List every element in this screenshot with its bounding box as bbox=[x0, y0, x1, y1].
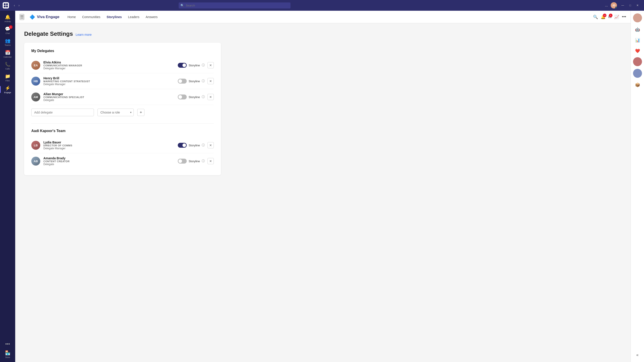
delegate-row: EA Elvia Atkins COMMUNICATIONS MANAGER D… bbox=[31, 57, 214, 73]
header-more-button[interactable]: ••• bbox=[622, 14, 626, 19]
delegate-name: Lydia Bauer bbox=[44, 141, 178, 144]
close-button[interactable]: ✕ bbox=[634, 0, 641, 11]
sidebar-item-teams[interactable]: 👥 Teams bbox=[0, 36, 15, 48]
remove-button[interactable]: ✕ bbox=[208, 158, 214, 164]
info-icon[interactable]: ⓘ bbox=[202, 63, 205, 67]
sidebar-item-more[interactable]: ••• bbox=[0, 340, 15, 348]
hamburger-button[interactable]: ☰ bbox=[20, 14, 24, 20]
storyline-toggle[interactable] bbox=[178, 159, 187, 164]
sidebar-label-calendar: Calendar bbox=[4, 56, 12, 58]
toggle-wrapper: Storyline ⓘ bbox=[178, 143, 205, 148]
page-title: Delegate Settings bbox=[24, 30, 73, 37]
svg-rect-1 bbox=[6, 3, 8, 5]
user-avatar[interactable]: JD bbox=[611, 2, 617, 8]
add-delegate-input[interactable] bbox=[31, 109, 94, 116]
sidebar-item-calendar[interactable]: 📅 Calendar bbox=[0, 48, 15, 60]
notifications-button[interactable]: 🔔 12 bbox=[600, 14, 606, 19]
search-input[interactable] bbox=[179, 2, 290, 8]
nav-communities[interactable]: Communities bbox=[80, 14, 103, 20]
title-bar-actions: ... JD bbox=[604, 2, 617, 8]
sidebar-item-store[interactable]: 🏪 Store bbox=[0, 348, 15, 360]
right-panel-person1-avatar[interactable] bbox=[633, 57, 642, 66]
chat-badge: 1 bbox=[9, 25, 12, 29]
nav-storylines[interactable]: Storylines bbox=[104, 14, 124, 20]
forward-button[interactable]: › bbox=[17, 3, 21, 8]
right-panel-user-avatar[interactable] bbox=[633, 13, 642, 22]
toggle-thumb bbox=[178, 95, 182, 99]
my-delegates-title: My Delegates bbox=[31, 49, 214, 53]
sidebar-label-calls: Calls bbox=[5, 68, 10, 70]
toggle-label: Storyline bbox=[188, 160, 200, 163]
info-icon[interactable]: ⓘ bbox=[202, 79, 205, 83]
delegate-row: LB Lydia Bauer DIRECTOR OF COMMS Delegat… bbox=[31, 137, 214, 153]
sidebar-item-chat[interactable]: 💬 Chat 1 bbox=[0, 24, 15, 36]
remove-button[interactable]: ✕ bbox=[208, 78, 214, 84]
info-icon[interactable]: ⓘ bbox=[202, 143, 205, 147]
maximize-button[interactable]: □ bbox=[627, 0, 634, 11]
right-panel: 🤖 📊 ❤️ 📦 « bbox=[630, 11, 644, 362]
avatar: HB bbox=[31, 77, 40, 86]
delegate-actions: Storyline ⓘ ✕ bbox=[178, 142, 214, 148]
delegate-settings-card: My Delegates EA Elvia Atkins COMMUNICATI… bbox=[24, 43, 221, 175]
app-header: ☰ 🔷 Viva Engage Home Communities Storyli… bbox=[15, 11, 630, 23]
storyline-toggle[interactable] bbox=[178, 94, 187, 99]
add-delegate-button[interactable]: + bbox=[137, 109, 144, 116]
delegate-role: Delegate bbox=[44, 98, 178, 102]
info-icon[interactable]: ⓘ bbox=[202, 159, 205, 163]
delegate-name: Allan Munger bbox=[44, 92, 178, 96]
sidebar-item-engage[interactable]: ⚡ Engage bbox=[0, 84, 15, 95]
sidebar-item-files[interactable]: 📁 Files bbox=[0, 72, 15, 84]
toggle-label: Storyline bbox=[188, 144, 200, 147]
add-delegate-row: Choose a role Delegate Delegate Manager … bbox=[31, 105, 214, 117]
delegate-job-title: COMMUNICATIONS SPECIALIST bbox=[44, 96, 178, 98]
files-icon: 📁 bbox=[5, 73, 10, 79]
search-bar: 🔍 bbox=[179, 2, 290, 8]
delegate-job-title: MARKETING CONTENT STRATEGIST bbox=[44, 80, 178, 83]
remove-button[interactable]: ✕ bbox=[208, 94, 214, 100]
sidebar-label-chat: Chat bbox=[5, 32, 10, 34]
delegate-actions: Storyline ⓘ ✕ bbox=[178, 62, 214, 68]
minimize-button[interactable]: — bbox=[619, 0, 627, 11]
teams-icon: 👥 bbox=[5, 38, 10, 43]
delegate-job-title: CONTENT CREATOR bbox=[44, 160, 178, 163]
right-panel-chart[interactable]: 📊 bbox=[633, 36, 642, 45]
nav-home[interactable]: Home bbox=[65, 14, 78, 20]
delegate-row: HB Henry Brill MARKETING CONTENT STRATEG… bbox=[31, 73, 214, 89]
delegate-info: Elvia Atkins COMMUNICATIONS MANAGER Dele… bbox=[44, 60, 178, 70]
messages-button[interactable]: ✉ 5 bbox=[608, 14, 612, 19]
search-button[interactable]: 🔍 bbox=[593, 14, 598, 19]
storyline-toggle[interactable] bbox=[178, 143, 187, 148]
analytics-button[interactable]: 📈 bbox=[614, 14, 619, 19]
info-icon[interactable]: ⓘ bbox=[202, 95, 205, 99]
toggle-label: Storyline bbox=[188, 95, 200, 99]
choose-role-wrapper: Choose a role Delegate Delegate Manager … bbox=[98, 109, 134, 116]
storyline-toggle[interactable] bbox=[178, 79, 187, 84]
storyline-toggle[interactable] bbox=[178, 63, 187, 68]
messages-badge: 5 bbox=[609, 14, 612, 17]
more-options-button[interactable]: ... bbox=[604, 2, 609, 8]
sidebar-item-calls[interactable]: 📞 Calls bbox=[0, 60, 15, 72]
app-name: Viva Engage bbox=[37, 15, 60, 19]
nav-leaders[interactable]: Leaders bbox=[126, 14, 142, 20]
right-panel-box[interactable]: 📦 bbox=[633, 80, 642, 89]
window-controls: — □ ✕ bbox=[619, 0, 641, 11]
right-panel-person2-avatar[interactable] bbox=[633, 69, 642, 78]
back-button[interactable]: ‹ bbox=[12, 3, 16, 8]
app-nav: Home Communities Storylines Leaders Answ… bbox=[65, 14, 160, 20]
toggle-thumb bbox=[182, 63, 186, 67]
toggle-thumb bbox=[178, 159, 182, 163]
toggle-wrapper: Storyline ⓘ bbox=[178, 79, 205, 84]
activity-icon: 🔔 bbox=[5, 14, 10, 20]
nav-answers[interactable]: Answers bbox=[143, 14, 160, 20]
app-logo: 🔷 Viva Engage bbox=[30, 14, 60, 20]
viva-engage-logo-icon: 🔷 bbox=[30, 14, 35, 20]
collapse-panel-button[interactable]: « bbox=[633, 350, 642, 359]
right-panel-copilot[interactable]: 🤖 bbox=[633, 25, 642, 34]
remove-button[interactable]: ✕ bbox=[208, 142, 214, 148]
remove-button[interactable]: ✕ bbox=[208, 62, 214, 68]
learn-more-link[interactable]: Learn more bbox=[76, 33, 92, 36]
choose-role-select[interactable]: Choose a role Delegate Delegate Manager bbox=[98, 109, 134, 116]
delegate-role: Delegate bbox=[44, 163, 178, 166]
sidebar-item-activity[interactable]: 🔔 Activity bbox=[0, 12, 15, 24]
right-panel-heart[interactable]: ❤️ bbox=[633, 46, 642, 55]
